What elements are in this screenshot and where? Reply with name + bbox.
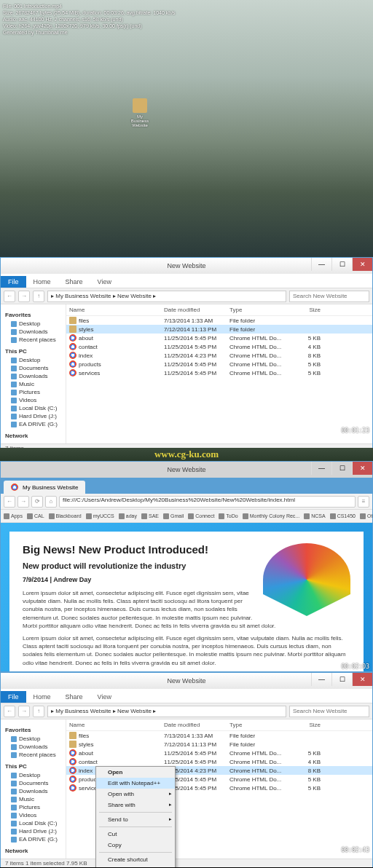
sidebar-item-pictures[interactable]: Pictures bbox=[1, 803, 66, 811]
col-name[interactable]: Name bbox=[69, 307, 164, 313]
search-input[interactable] bbox=[289, 706, 369, 717]
bookmark-item[interactable]: Blackboard bbox=[49, 513, 82, 519]
col-size[interactable]: Size bbox=[291, 307, 321, 313]
forward-button[interactable]: → bbox=[17, 496, 29, 508]
bookmark-item[interactable]: CAL bbox=[27, 513, 44, 519]
sidebar-thispc[interactable]: This PC bbox=[1, 347, 66, 356]
cm-open[interactable]: Open bbox=[96, 767, 175, 778]
back-button[interactable]: ← bbox=[4, 291, 15, 302]
bookmark-item[interactable]: CS1450 bbox=[330, 513, 356, 519]
forward-button[interactable]: → bbox=[18, 291, 30, 302]
tab-view[interactable]: View bbox=[90, 691, 119, 703]
file-row[interactable]: products11/25/2014 5:45 PMChrome HTML Do… bbox=[66, 360, 372, 368]
file-row[interactable]: index11/25/2014 4:23 PMChrome HTML Do...… bbox=[66, 351, 372, 360]
sidebar-favorites[interactable]: Favorites bbox=[1, 725, 66, 735]
col-size[interactable]: Size bbox=[291, 722, 321, 728]
file-row[interactable]: files7/13/2014 1:33 AMFile folder bbox=[66, 316, 372, 325]
sidebar-item-recent[interactable]: Recent places bbox=[1, 751, 66, 759]
close-button[interactable]: ✕ bbox=[352, 462, 372, 475]
cm-editwith[interactable]: Edit with Notepad++ bbox=[96, 778, 175, 789]
sidebar-item-recent[interactable]: Recent places bbox=[1, 336, 66, 344]
home-button[interactable]: ⌂ bbox=[45, 496, 57, 508]
other-bookmarks[interactable]: Other bookmarks bbox=[360, 513, 372, 519]
breadcrumb[interactable]: ▸ My Business Website ▸ New Website ▸ bbox=[47, 706, 286, 717]
sidebar-item-documents[interactable]: Documents bbox=[1, 779, 66, 787]
tab-file[interactable]: File bbox=[1, 691, 26, 703]
sidebar-network[interactable]: Network bbox=[1, 846, 66, 856]
col-name[interactable]: Name bbox=[69, 722, 164, 728]
sidebar-item-desktop[interactable]: Desktop bbox=[1, 320, 66, 328]
maximize-button[interactable]: ☐ bbox=[331, 673, 352, 686]
cm-openwith[interactable]: Open with▸ bbox=[96, 789, 175, 800]
bookmark-item[interactable]: SAE bbox=[141, 513, 159, 519]
breadcrumb[interactable]: ▸ My Business Website ▸ New Website ▸ bbox=[47, 291, 286, 302]
bookmark-item[interactable]: Apps bbox=[4, 513, 23, 519]
sidebar-item-localc[interactable]: Local Disk (C:) bbox=[1, 404, 66, 412]
browser-tab[interactable]: My Business Website bbox=[4, 481, 85, 494]
cm-copy[interactable]: Copy bbox=[96, 840, 175, 851]
bookmark-item[interactable]: NCSA bbox=[304, 513, 325, 519]
bookmark-item[interactable]: Connect bbox=[188, 513, 214, 519]
desktop-folder-icon[interactable]: My Business Website bbox=[128, 98, 152, 127]
sidebar-item-ea[interactable]: EA DRIVE (G:) bbox=[1, 420, 66, 428]
tab-home[interactable]: Home bbox=[26, 691, 58, 703]
sidebar-item-ea[interactable]: EA DRIVE (G:) bbox=[1, 835, 66, 843]
bookmark-item[interactable]: Monthly Colony Rec... bbox=[243, 513, 299, 519]
forward-button[interactable]: → bbox=[18, 706, 30, 717]
col-type[interactable]: Type bbox=[229, 307, 291, 313]
sidebar-item-localc[interactable]: Local Disk (C:) bbox=[1, 819, 66, 827]
sidebar-thispc[interactable]: This PC bbox=[1, 762, 66, 771]
bookmark-item[interactable]: ToDo bbox=[219, 513, 237, 519]
maximize-button[interactable]: ☐ bbox=[331, 258, 352, 271]
sidebar-item-music[interactable]: Music bbox=[1, 380, 66, 388]
file-row[interactable]: files7/13/2014 1:33 AMFile folder bbox=[66, 731, 372, 740]
up-button[interactable]: ↑ bbox=[33, 291, 44, 302]
sidebar-item-music[interactable]: Music bbox=[1, 795, 66, 803]
sidebar-item-hardd[interactable]: Hard Drive (J:) bbox=[1, 827, 66, 835]
col-date[interactable]: Date modified bbox=[164, 307, 229, 313]
tab-view[interactable]: View bbox=[90, 276, 119, 288]
bookmark-item[interactable]: Gmail bbox=[163, 513, 184, 519]
tab-share[interactable]: Share bbox=[58, 276, 90, 288]
minimize-button[interactable]: — bbox=[311, 462, 331, 475]
sidebar-item-pictures[interactable]: Pictures bbox=[1, 388, 66, 396]
close-button[interactable]: ✕ bbox=[352, 673, 372, 686]
cm-createshortcut[interactable]: Create shortcut bbox=[96, 854, 175, 865]
col-date[interactable]: Date modified bbox=[164, 722, 229, 728]
bookmark-item[interactable]: aday bbox=[119, 513, 137, 519]
sidebar-item-documents[interactable]: Documents bbox=[1, 364, 66, 372]
up-button[interactable]: ↑ bbox=[33, 706, 44, 717]
cm-sendto[interactable]: Send to▸ bbox=[96, 814, 175, 825]
back-button[interactable]: ← bbox=[4, 706, 15, 717]
bookmark-item[interactable]: myUCCS bbox=[86, 513, 114, 519]
file-row[interactable]: contact11/25/2014 5:45 PMChrome HTML Do.… bbox=[66, 757, 372, 766]
sidebar-item-desktop2[interactable]: Desktop bbox=[1, 356, 66, 364]
minimize-button[interactable]: — bbox=[311, 673, 331, 686]
file-row[interactable]: about11/25/2014 5:45 PMChrome HTML Do...… bbox=[66, 749, 372, 757]
sidebar-item-hardd[interactable]: Hard Drive (J:) bbox=[1, 412, 66, 420]
search-input[interactable] bbox=[289, 291, 369, 302]
sidebar-network[interactable]: Network bbox=[1, 431, 66, 441]
file-row[interactable]: about11/25/2014 5:45 PMChrome HTML Do...… bbox=[66, 334, 372, 342]
sidebar-item-downloads2[interactable]: Downloads bbox=[1, 787, 66, 795]
cm-delete[interactable]: Delete bbox=[96, 865, 175, 867]
file-row[interactable]: styles7/12/2014 11:13 PMFile folder bbox=[66, 740, 372, 749]
cm-cut[interactable]: Cut bbox=[96, 829, 175, 840]
sidebar-item-videos[interactable]: Videos bbox=[1, 811, 66, 819]
file-row[interactable]: services11/25/2014 5:45 PMChrome HTML Do… bbox=[66, 368, 372, 377]
sidebar-item-desktop[interactable]: Desktop bbox=[1, 735, 66, 743]
back-button[interactable]: ← bbox=[4, 496, 15, 508]
sidebar-item-downloads2[interactable]: Downloads bbox=[1, 372, 66, 380]
sidebar-item-downloads[interactable]: Downloads bbox=[1, 328, 66, 336]
reload-button[interactable]: ⟳ bbox=[31, 496, 43, 508]
tab-home[interactable]: Home bbox=[26, 276, 58, 288]
sidebar-item-videos[interactable]: Videos bbox=[1, 396, 66, 404]
sidebar-item-desktop2[interactable]: Desktop bbox=[1, 771, 66, 779]
cm-sharewith[interactable]: Share with▸ bbox=[96, 800, 175, 810]
tab-share[interactable]: Share bbox=[58, 691, 90, 703]
file-row[interactable]: styles7/12/2014 11:13 PMFile folder bbox=[66, 325, 372, 334]
minimize-button[interactable]: — bbox=[311, 258, 331, 271]
address-input[interactable]: file:///C:/Users/Andrew/Desktop/My%20Bus… bbox=[59, 496, 356, 508]
tab-file[interactable]: File bbox=[1, 276, 26, 288]
sidebar-favorites[interactable]: Favorites bbox=[1, 310, 66, 320]
